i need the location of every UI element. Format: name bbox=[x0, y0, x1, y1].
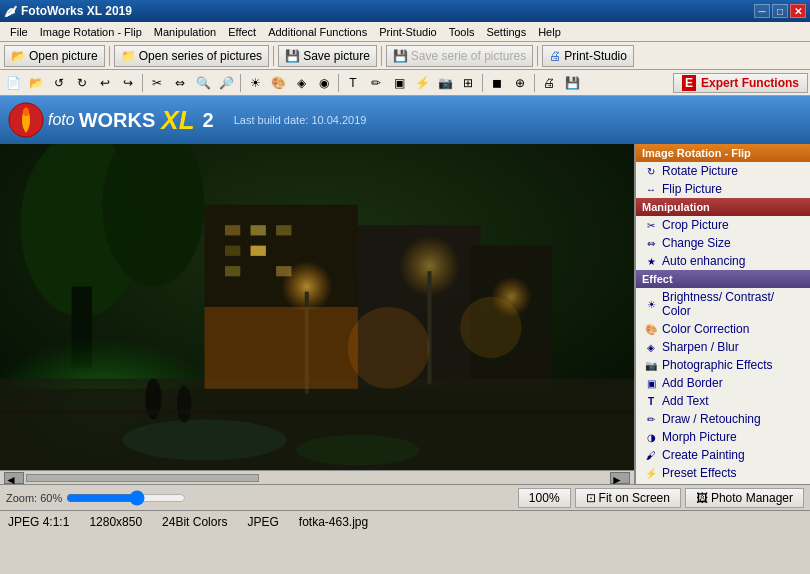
brightness-label: Brightness/ Contrast/ Color bbox=[662, 290, 802, 318]
save-series-button[interactable]: 💾 Save serie of pictures bbox=[386, 45, 533, 67]
brightness-btn[interactable]: ☀ bbox=[244, 72, 266, 94]
menu-print-studio[interactable]: Print-Studio bbox=[373, 24, 442, 40]
sharpen-panel-icon: ◈ bbox=[644, 340, 658, 354]
panel-item-brightness[interactable]: ☀ Brightness/ Contrast/ Color bbox=[636, 288, 810, 320]
fit-screen-button[interactable]: ⊡ Fit on Screen bbox=[575, 488, 681, 508]
new-icon-btn[interactable]: 📄 bbox=[2, 72, 24, 94]
sharpen-btn[interactable]: ◈ bbox=[290, 72, 312, 94]
panel-item-auto[interactable]: ★ Auto enhancing bbox=[636, 252, 810, 270]
save-icon: 💾 bbox=[285, 49, 300, 63]
panel-item-text[interactable]: T Add Text bbox=[636, 392, 810, 410]
section-header-rotation[interactable]: Image Rotation - Flip bbox=[636, 144, 810, 162]
status-format: JPEG 4:1:1 bbox=[8, 515, 69, 529]
expert-functions-button[interactable]: E Expert Functions bbox=[673, 73, 808, 93]
text-panel-icon: T bbox=[644, 394, 658, 408]
svg-rect-29 bbox=[0, 409, 634, 414]
preset-icon: ⚡ bbox=[644, 466, 658, 480]
photo-mgr-label: Photo Manager bbox=[711, 491, 793, 505]
fit-label: Fit on Screen bbox=[599, 491, 670, 505]
scroll-left-btn[interactable]: ◄ bbox=[4, 472, 24, 484]
panel-item-preset[interactable]: ⚡ Preset Effects bbox=[636, 464, 810, 482]
menu-file[interactable]: File bbox=[4, 24, 34, 40]
border-panel-icon: ▣ bbox=[644, 376, 658, 390]
menu-help[interactable]: Help bbox=[532, 24, 567, 40]
svg-rect-14 bbox=[225, 266, 240, 276]
resize-icon-btn[interactable]: ⇔ bbox=[169, 72, 191, 94]
panel-item-morph[interactable]: ◑ Morph Picture bbox=[636, 428, 810, 446]
scroll-track[interactable] bbox=[26, 474, 608, 482]
draw-panel-icon: ✏ bbox=[644, 412, 658, 426]
collage-btn[interactable]: ⊞ bbox=[457, 72, 479, 94]
panel-item-size[interactable]: ⇔ Change Size bbox=[636, 234, 810, 252]
app-icon: 🌶 bbox=[4, 4, 17, 19]
panel-item-sharpen[interactable]: ◈ Sharpen / Blur bbox=[636, 338, 810, 356]
save-icon-btn2[interactable]: 💾 bbox=[561, 72, 583, 94]
photo-mgr-icon: 🖼 bbox=[696, 491, 708, 505]
image-area[interactable]: ◄ ► bbox=[0, 144, 635, 484]
open-icon-btn[interactable]: 📂 bbox=[25, 72, 47, 94]
photo-manager-button[interactable]: 🖼 Photo Manager bbox=[685, 488, 804, 508]
menu-settings[interactable]: Settings bbox=[480, 24, 532, 40]
text-btn[interactable]: T bbox=[342, 72, 364, 94]
panel-item-draw[interactable]: ✏ Draw / Retouching bbox=[636, 410, 810, 428]
section-header-manipulation[interactable]: Manipulation bbox=[636, 198, 810, 216]
stamp-btn[interactable]: ◼ bbox=[486, 72, 508, 94]
scroll-thumb[interactable] bbox=[26, 474, 259, 482]
maximize-button[interactable]: □ bbox=[772, 4, 788, 18]
panel-item-painting[interactable]: 🖌 Create Painting bbox=[636, 446, 810, 464]
print-icon-btn2[interactable]: 🖨 bbox=[538, 72, 560, 94]
menu-effect[interactable]: Effect bbox=[222, 24, 262, 40]
panel-item-border[interactable]: ▣ Add Border bbox=[636, 374, 810, 392]
flip-icon: ↔ bbox=[644, 182, 658, 196]
draw-btn[interactable]: ✏ bbox=[365, 72, 387, 94]
draw-label: Draw / Retouching bbox=[662, 412, 761, 426]
city-scene-svg bbox=[0, 144, 634, 470]
btn-100-percent[interactable]: 100% bbox=[518, 488, 571, 508]
menu-manipulation[interactable]: Manipulation bbox=[148, 24, 222, 40]
zoom-in-btn[interactable]: 🔍 bbox=[192, 72, 214, 94]
rotate-right-btn[interactable]: ↻ bbox=[71, 72, 93, 94]
status-color-depth: 24Bit Colors bbox=[162, 515, 227, 529]
blur-btn[interactable]: ◉ bbox=[313, 72, 335, 94]
expert-icon: E bbox=[682, 75, 696, 91]
logo-foto: foto bbox=[48, 111, 75, 129]
painting-label: Create Painting bbox=[662, 448, 745, 462]
menu-tools[interactable]: Tools bbox=[443, 24, 481, 40]
open-picture-button[interactable]: 📂 Open picture bbox=[4, 45, 105, 67]
clone-btn[interactable]: ⊕ bbox=[509, 72, 531, 94]
open-series-button[interactable]: 📁 Open series of pictures bbox=[114, 45, 269, 67]
icon-sep-4 bbox=[482, 74, 483, 92]
minimize-button[interactable]: ─ bbox=[754, 4, 770, 18]
panel-item-photo-effects[interactable]: 📷 Photographic Effects bbox=[636, 356, 810, 374]
color-btn[interactable]: 🎨 bbox=[267, 72, 289, 94]
border-btn[interactable]: ▣ bbox=[388, 72, 410, 94]
scroll-right-btn[interactable]: ► bbox=[610, 472, 630, 484]
undo-icon-btn[interactable]: ↩ bbox=[94, 72, 116, 94]
save-picture-button[interactable]: 💾 Save picture bbox=[278, 45, 377, 67]
app-title: FotoWorks XL 2019 bbox=[21, 4, 132, 18]
print-studio-button[interactable]: 🖨 Print-Studio bbox=[542, 45, 634, 67]
rotate-left-btn[interactable]: ↺ bbox=[48, 72, 70, 94]
panel-item-rotate[interactable]: ↻ Rotate Picture bbox=[636, 162, 810, 180]
zoom-slider[interactable] bbox=[66, 491, 186, 505]
redo-icon-btn[interactable]: ↪ bbox=[117, 72, 139, 94]
section-header-effect[interactable]: Effect bbox=[636, 270, 810, 288]
panel-item-color-correction[interactable]: 🎨 Color Correction bbox=[636, 320, 810, 338]
panel-item-crop[interactable]: ✂ Crop Picture bbox=[636, 216, 810, 234]
zoom-out-btn[interactable]: 🔎 bbox=[215, 72, 237, 94]
photo-effects-btn[interactable]: 📷 bbox=[434, 72, 456, 94]
crop-icon-btn[interactable]: ✂ bbox=[146, 72, 168, 94]
close-button[interactable]: ✕ bbox=[790, 4, 806, 18]
painting-icon: 🖌 bbox=[644, 448, 658, 462]
toolbar-separator-4 bbox=[537, 46, 538, 66]
right-panel: Image Rotation - Flip ↻ Rotate Picture ↔… bbox=[635, 144, 810, 484]
status-type: JPEG bbox=[247, 515, 278, 529]
menu-additional[interactable]: Additional Functions bbox=[262, 24, 373, 40]
print-studio-label: Print-Studio bbox=[564, 49, 627, 63]
image-horizontal-scrollbar[interactable]: ◄ ► bbox=[0, 470, 634, 484]
menu-image-rotation[interactable]: Image Rotation - Flip bbox=[34, 24, 148, 40]
effects-btn[interactable]: ⚡ bbox=[411, 72, 433, 94]
panel-item-reflections[interactable]: ◇ Reflections bbox=[636, 482, 810, 484]
print-icon: 🖨 bbox=[549, 49, 561, 63]
panel-item-flip[interactable]: ↔ Flip Picture bbox=[636, 180, 810, 198]
